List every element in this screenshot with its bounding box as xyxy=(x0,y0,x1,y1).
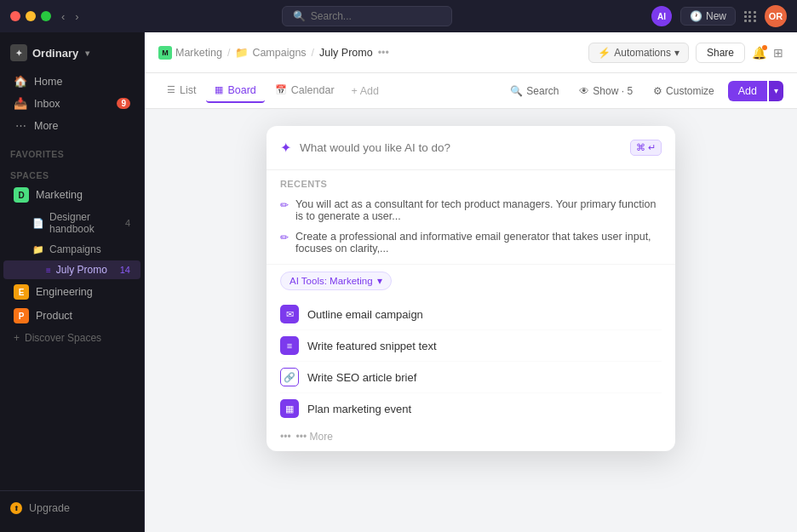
ai-input-field[interactable] xyxy=(300,141,622,154)
marketing-mini-badge: M xyxy=(158,46,172,60)
layout-icon[interactable]: ⊞ xyxy=(773,46,783,60)
inbox-badge: 9 xyxy=(117,98,130,109)
more-label: ••• More xyxy=(296,431,333,443)
breadcrumb-more-icon[interactable]: ••• xyxy=(378,47,389,59)
show-icon: 👁 xyxy=(579,85,589,97)
ai-tools-dropdown[interactable]: AI Tools: Marketing ▾ xyxy=(280,272,392,290)
discover-spaces-label: Discover Spaces xyxy=(25,332,101,344)
sidebar-home-label: Home xyxy=(34,76,62,88)
recents-section: Recents ✏ You will act as a consultant f… xyxy=(267,170,675,264)
action-item-2[interactable]: 🔗 Write SEO article brief xyxy=(280,362,662,393)
traffic-lights xyxy=(10,11,51,21)
space-item-engineering[interactable]: E Engineering xyxy=(3,281,140,303)
plus-icon: + xyxy=(14,332,20,344)
nav-forward-button[interactable]: › xyxy=(72,9,82,25)
global-search-bar[interactable]: 🔍 Search... xyxy=(282,6,452,26)
tab-calendar[interactable]: 📅 Calendar xyxy=(267,79,343,103)
share-button[interactable]: Share xyxy=(696,43,745,63)
nav-back-button[interactable]: ‹ xyxy=(58,9,68,25)
maximize-button[interactable] xyxy=(41,11,51,21)
titlebar-nav: ‹ › xyxy=(58,9,83,25)
upgrade-dot-icon: ⬆ xyxy=(10,502,22,514)
sidebar-item-home[interactable]: 🏠 Home xyxy=(3,71,140,92)
action-item-0[interactable]: ✉ Outline email campaign xyxy=(280,299,662,330)
july-promo-label: July Promo xyxy=(56,264,107,276)
tab-board[interactable]: ▦ Board xyxy=(206,79,264,103)
more-dots-icon: ••• xyxy=(280,431,291,443)
sidebar-more-label: More xyxy=(34,120,58,132)
recent-item-1[interactable]: ✏ Create a professional and informative … xyxy=(280,226,662,259)
ai-input-area: ✦ ⌘ ↵ xyxy=(267,126,675,170)
add-chevron-button[interactable]: ▾ xyxy=(769,81,783,101)
action-label-2: Write SEO article brief xyxy=(307,371,416,384)
notification-dot xyxy=(762,45,767,50)
close-button[interactable] xyxy=(10,11,20,21)
ai-keyboard-shortcut: ⌘ ↵ xyxy=(630,140,662,156)
tools-section: AI Tools: Marketing ▾ ✉ Outline email ca… xyxy=(267,264,675,451)
workspace-header[interactable]: ✦ Ordinary ▾ xyxy=(0,39,144,66)
action-label-3: Plan marketing event xyxy=(307,403,411,415)
sidebar-item-campaigns[interactable]: 📁 Campaigns xyxy=(3,240,140,259)
breadcrumb-july-promo[interactable]: July Promo xyxy=(319,47,373,59)
minimize-button[interactable] xyxy=(26,11,36,21)
upgrade-item[interactable]: ⬆ Upgrade xyxy=(0,498,144,518)
space-product-label: Product xyxy=(36,310,72,322)
pencil-icon-0: ✏ xyxy=(280,199,289,211)
sidebar-item-july-promo[interactable]: ≡ July Promo 14 xyxy=(3,260,140,279)
new-button[interactable]: 🕐 New xyxy=(680,7,736,26)
space-item-product[interactable]: P Product xyxy=(3,305,140,327)
automations-chevron-icon: ▾ xyxy=(674,47,679,59)
pencil-icon-1: ✏ xyxy=(280,232,289,243)
discover-spaces-item[interactable]: + Discover Spaces xyxy=(3,329,140,347)
doc-icon: 📄 xyxy=(32,218,44,229)
titlebar-center: 🔍 Search... xyxy=(83,6,651,26)
more-icon: ⋯ xyxy=(14,119,27,132)
customize-button[interactable]: ⚙ Customize xyxy=(646,82,721,100)
action-label-0: Outline email campaign xyxy=(307,308,423,321)
workspace-name: Ordinary xyxy=(32,47,78,60)
sidebar-item-inbox[interactable]: 📥 Inbox 9 xyxy=(3,93,140,114)
tab-list[interactable]: ☰ List xyxy=(158,79,204,103)
sidebar-nav: 🏠 Home 📥 Inbox 9 ⋯ More xyxy=(0,66,144,140)
apps-icon[interactable] xyxy=(744,11,756,22)
breadcrumb-campaigns[interactable]: 📁 Campaigns xyxy=(235,46,306,59)
notifications-icon[interactable]: 🔔 xyxy=(752,46,766,60)
titlebar: ‹ › 🔍 Search... AI 🕐 New OR xyxy=(0,0,797,32)
workspace-chevron-icon: ▾ xyxy=(85,49,89,58)
more-actions-row[interactable]: ••• ••• More xyxy=(280,424,662,444)
action-item-1[interactable]: ≡ Write featured snippet text xyxy=(280,330,662,362)
designer-handbook-label: Designer handbook xyxy=(49,211,120,235)
toolbar: ☰ List ▦ Board 📅 Calendar + Add 🔍 xyxy=(145,73,797,109)
inbox-icon: 📥 xyxy=(14,97,27,110)
clock-icon: 🕐 xyxy=(690,10,702,22)
email-action-icon: ✉ xyxy=(280,305,299,323)
search-icon: 🔍 xyxy=(293,10,306,22)
action-item-3[interactable]: ▦ Plan marketing event xyxy=(280,393,662,424)
home-icon: 🏠 xyxy=(14,75,27,88)
add-button[interactable]: Add xyxy=(728,81,767,101)
event-action-icon: ▦ xyxy=(280,399,299,418)
sidebar-item-designer-handbook[interactable]: 📄 Designer handbook 4 xyxy=(3,208,140,238)
breadcrumb-marketing[interactable]: M Marketing xyxy=(158,46,222,60)
automations-button[interactable]: ⚡ Automations ▾ xyxy=(588,43,689,63)
sidebar-item-more[interactable]: ⋯ More xyxy=(3,115,140,136)
space-item-marketing[interactable]: D Marketing xyxy=(3,184,140,206)
titlebar-right: AI 🕐 New OR xyxy=(651,5,787,27)
recent-item-0[interactable]: ✏ You will act as a consultant for tech … xyxy=(280,194,662,226)
user-avatar[interactable]: OR xyxy=(765,5,787,27)
recents-label: Recents xyxy=(280,179,662,189)
july-promo-count: 14 xyxy=(120,265,130,275)
content-area: ✦ ⌘ ↵ Recents ✏ You will act as a consul… xyxy=(145,109,797,532)
toolbar-right: 🔍 Search 👁 Show · 5 ⚙ Customize Add ▾ xyxy=(503,81,783,101)
list-icon: ≡ xyxy=(46,266,51,275)
header-actions: ⚡ Automations ▾ Share 🔔 ⊞ xyxy=(588,43,783,63)
folder-icon: 📁 xyxy=(32,244,44,255)
spaces-section-label: Spaces xyxy=(0,162,144,183)
ai-badge[interactable]: AI xyxy=(651,6,672,26)
add-view-button[interactable]: + Add xyxy=(345,80,386,102)
search-toolbar-button[interactable]: 🔍 Search xyxy=(503,82,565,100)
show-button[interactable]: 👁 Show · 5 xyxy=(572,82,639,100)
automations-icon: ⚡ xyxy=(598,47,611,59)
designer-handbook-count: 4 xyxy=(125,218,130,228)
marketing-badge: D xyxy=(14,187,29,203)
